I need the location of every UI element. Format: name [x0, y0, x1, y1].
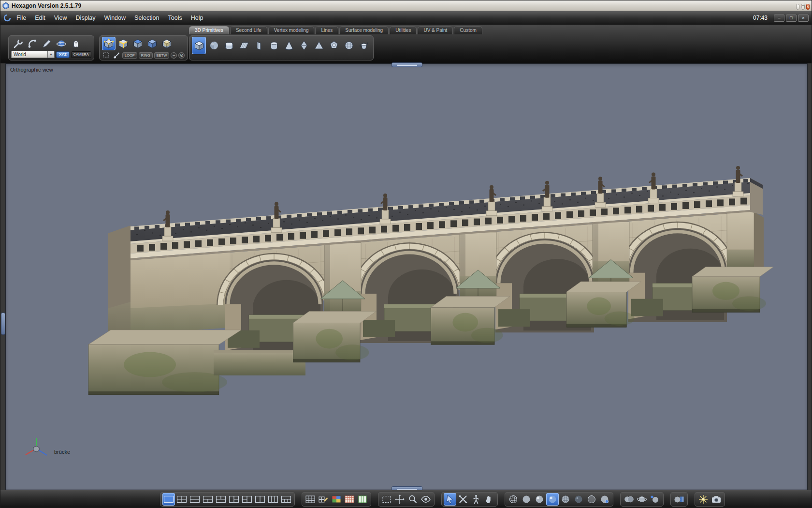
ghost-tool-icon[interactable] — [69, 37, 83, 50]
menu-file[interactable]: File — [12, 11, 30, 25]
maximize-button[interactable]: □ — [801, 4, 804, 10]
camera-button[interactable]: CAMERA — [71, 51, 91, 58]
tab-uv-paint[interactable]: UV & Paint — [418, 26, 453, 34]
top-splitter-grip[interactable] — [392, 62, 422, 67]
sphere-smooth-icon[interactable] — [533, 493, 546, 506]
layout-one-three-icon[interactable] — [280, 493, 292, 506]
sphere-wire-icon[interactable] — [507, 493, 520, 506]
select-edges-icon[interactable] — [116, 37, 130, 50]
tab-vertex-modeling[interactable]: Vertex modeling — [268, 26, 315, 34]
select-paint-icon[interactable] — [112, 51, 121, 60]
menu-selection[interactable]: Selection — [130, 11, 163, 25]
world-dropdown[interactable]: World ▼ — [11, 51, 55, 58]
menu-view[interactable]: View — [50, 11, 72, 25]
sphere-dark-icon[interactable] — [572, 493, 585, 506]
sphere-shaded-wire-icon[interactable] — [559, 493, 572, 506]
sphere-highlight-icon[interactable] — [546, 493, 559, 506]
ring-button[interactable]: RING — [139, 52, 153, 59]
curve-tool-icon[interactable] — [26, 37, 39, 50]
primitive-rounded-cube-icon[interactable] — [222, 37, 236, 54]
primitive-cone-icon[interactable] — [282, 37, 296, 54]
layout-two-rows-icon[interactable] — [188, 493, 201, 506]
layout-split-bottom-icon[interactable] — [202, 493, 214, 506]
menu-edit[interactable]: Edit — [30, 11, 50, 25]
tab-lines[interactable]: Lines — [315, 26, 338, 34]
layout-split-top-icon[interactable] — [215, 493, 227, 506]
primitive-double-cone-icon[interactable] — [297, 37, 311, 54]
primitive-facet-plane-icon[interactable] — [252, 37, 266, 54]
titlebar-controls: –□× — [795, 1, 810, 10]
column-grid-icon[interactable] — [356, 493, 369, 506]
brush-grid-icon[interactable] — [317, 493, 330, 506]
primitive-teapot-icon[interactable] — [357, 37, 371, 54]
tab-second-life[interactable]: Second Life — [230, 26, 267, 34]
primitive-polyhedron-icon[interactable] — [327, 37, 341, 54]
app-minimize-button[interactable]: – — [774, 15, 784, 22]
sphere-tool-icon[interactable] — [55, 37, 68, 50]
layout-split-left-icon[interactable] — [228, 493, 240, 506]
render-spark-icon[interactable] — [697, 493, 710, 506]
loop-button[interactable]: LOOP — [122, 52, 137, 59]
pencil-tool-icon[interactable] — [40, 37, 54, 50]
primitive-cylinder-icon[interactable] — [267, 37, 281, 54]
sphere-flat-icon[interactable] — [520, 493, 533, 506]
app-restore-button[interactable]: □ — [786, 15, 797, 22]
layout-two-cols-icon[interactable] — [254, 493, 266, 506]
minimize-button[interactable]: – — [796, 4, 799, 10]
primitive-sphere-icon[interactable] — [207, 37, 221, 54]
dense-grid-icon[interactable] — [343, 493, 356, 506]
close-button[interactable]: × — [806, 4, 810, 10]
pin-sphere-icon[interactable] — [649, 493, 661, 506]
eye-icon[interactable] — [420, 493, 432, 506]
viewport[interactable]: Orthographic view brücke — [5, 63, 808, 490]
wrench-tool-icon[interactable] — [11, 37, 25, 50]
menu-tools[interactable]: Tools — [163, 11, 186, 25]
minus-circle-icon[interactable]: – — [171, 52, 177, 59]
dropdown-arrow-icon[interactable]: ▼ — [48, 51, 55, 58]
color-grid-icon[interactable] — [330, 493, 343, 506]
uv-panels-icon[interactable] — [673, 493, 685, 506]
select-area-icon[interactable] — [102, 51, 111, 60]
object-name-label: brücke — [54, 449, 70, 455]
menu-items: FileEditViewDisplayWindowSelectionToolsH… — [12, 11, 207, 25]
select-arrow-icon[interactable] — [444, 493, 456, 506]
zoom-icon[interactable] — [406, 493, 419, 506]
layout-three-cols-icon[interactable] — [267, 493, 279, 506]
select-object-icon[interactable] — [145, 37, 159, 50]
layout-quad-icon[interactable] — [175, 493, 188, 506]
left-splitter-grip[interactable] — [1, 313, 5, 335]
layout-split-right-icon[interactable] — [241, 493, 253, 506]
crossed-tools-icon[interactable] — [457, 493, 469, 506]
xyz-button[interactable]: XYZ — [56, 51, 70, 58]
betw-button[interactable]: BETW — [154, 52, 170, 59]
grid-icon[interactable] — [304, 493, 317, 506]
sphere-pair-icon[interactable] — [623, 493, 635, 506]
world-dropdown-value[interactable]: World — [11, 51, 48, 58]
layout-single-icon[interactable] — [162, 493, 175, 506]
select-faces-icon[interactable] — [131, 37, 145, 50]
primitive-cube-icon[interactable] — [192, 37, 206, 54]
tab-custom[interactable]: Custom — [454, 26, 482, 34]
null-circle-icon[interactable]: ⊘ — [178, 52, 185, 59]
menu-display[interactable]: Display — [72, 11, 100, 25]
app-close-button[interactable]: × — [798, 15, 809, 22]
tab-utilities[interactable]: Utilities — [390, 26, 417, 34]
primitive-grid-plane-icon[interactable] — [237, 37, 251, 54]
select-soft-icon[interactable] — [160, 37, 174, 50]
tab-3d-primitives[interactable]: 3D Primitives — [189, 26, 229, 34]
walk-figure-icon[interactable] — [470, 493, 482, 506]
viewport-mode-label: Orthographic view — [10, 67, 53, 73]
orbit-sphere-icon[interactable] — [636, 493, 648, 506]
sphere-ghost-icon[interactable] — [585, 493, 598, 506]
primitive-tetrahedron-icon[interactable] — [312, 37, 326, 54]
pan-plus-icon[interactable] — [393, 493, 406, 506]
primitive-faceted-sphere-icon[interactable] — [342, 37, 356, 54]
tab-surface-modeling[interactable]: Surface modeling — [339, 26, 389, 34]
grab-hand-icon[interactable] — [483, 493, 495, 506]
sphere-dot-icon[interactable] — [598, 493, 611, 506]
menu-help[interactable]: Help — [187, 11, 208, 25]
menu-window[interactable]: Window — [100, 11, 130, 25]
select-points-icon[interactable] — [102, 37, 116, 50]
marquee-icon[interactable] — [380, 493, 393, 506]
camera-icon[interactable] — [710, 493, 723, 506]
